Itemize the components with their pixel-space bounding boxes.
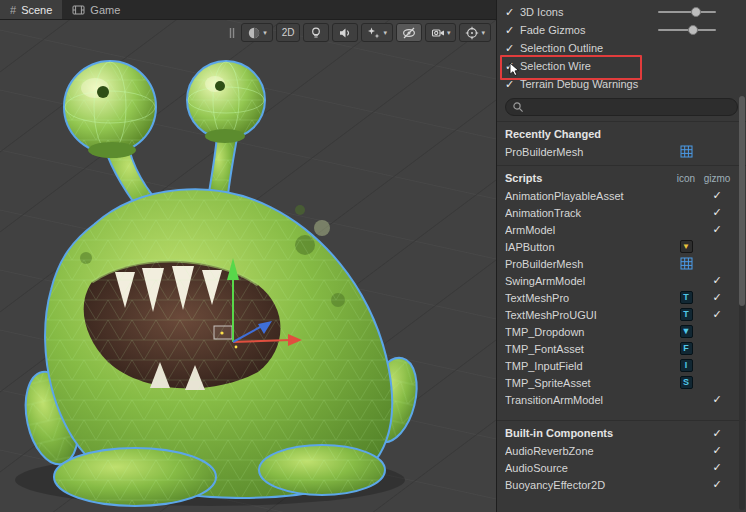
item-name: AnimationTrack [505, 207, 672, 219]
panel-scrollbar[interactable] [739, 96, 745, 510]
slider-3d-icons[interactable] [658, 11, 716, 13]
toolbar-button-lighting-toggle[interactable] [303, 23, 329, 42]
scene-viewport[interactable]: #SceneGame ▾2D▾▾▾ [0, 0, 496, 512]
toolbar-button-shading-mode[interactable]: ▾ [241, 23, 273, 42]
checkbox-fade-gizmos[interactable]: ✓ [505, 24, 520, 37]
grid-icon: # [10, 4, 16, 16]
section-separator [497, 420, 746, 421]
column-header-gizmo: gizmo [700, 173, 734, 184]
item-gizmo-checkbox[interactable]: ✓ [700, 274, 734, 287]
tab-game[interactable]: Game [62, 0, 130, 19]
slider-fade-gizmos[interactable] [658, 29, 716, 31]
section-title: Recently Changed [505, 128, 601, 140]
item-name: ArmModel [505, 224, 672, 236]
section-separator [497, 121, 746, 122]
column-header-icon: icon [672, 173, 700, 184]
item-gizmo-checkbox[interactable]: ✓ [700, 393, 734, 406]
item-name: ProBuilderMesh [505, 258, 672, 270]
item-name: TMP_InputField [505, 360, 672, 372]
list-item-transitionarmmodel[interactable]: TransitionArmModel✓ [497, 391, 746, 408]
slider-knob[interactable] [688, 25, 698, 35]
list-item-audiosource[interactable]: AudioSource✓ [497, 459, 746, 476]
list-item-tmp-spriteasset[interactable]: TMP_SpriteAssetS [497, 374, 746, 391]
chevron-down-icon: ▾ [383, 29, 387, 36]
item-name: TextMeshPro [505, 292, 672, 304]
list-item-buoyancyeffector2d[interactable]: BuoyancyEffector2D✓ [497, 476, 746, 493]
list-item-probuildermesh[interactable]: ProBuilderMesh [497, 255, 746, 272]
search-input[interactable] [505, 98, 738, 116]
checkbox-selection-outline[interactable]: ✓ [505, 42, 520, 55]
toolbar-drag-handle[interactable] [228, 26, 236, 40]
checkbox-3d-icons[interactable]: ✓ [505, 6, 520, 19]
toolbar-button-gizmos-dropdown[interactable]: ▾ [459, 23, 491, 42]
chevron-down-icon: ▾ [447, 29, 451, 36]
item-name: TMP_SpriteAsset [505, 377, 672, 389]
list-item-textmeshprougui[interactable]: TextMeshProUGUIT✓ [497, 306, 746, 323]
toolbar-button-audio-toggle[interactable] [332, 23, 358, 42]
gizmo-toggle-selection-outline[interactable]: ✓Selection Outline [497, 39, 746, 57]
list-item-swingarmmodel[interactable]: SwingArmModel✓ [497, 272, 746, 289]
toggle-label: Selection Outline [520, 42, 603, 54]
toggle-label: Terrain Debug Warnings [520, 78, 638, 90]
unity-editor-window: #SceneGame ▾2D▾▾▾ ✓3D Icons✓Fade Gizmos✓… [0, 0, 746, 512]
list-item-tmp-dropdown[interactable]: TMP_Dropdown▼ [497, 323, 746, 340]
tab-label: Game [90, 4, 120, 16]
item-gizmo-checkbox[interactable]: ✓ [700, 444, 734, 457]
gizmo-toggle-selection-wire[interactable]: ✓Selection Wire [497, 57, 746, 75]
toolbar-button-effects-toggle[interactable]: ▾ [361, 23, 393, 42]
gizmo-toggle-fade-gizmos[interactable]: ✓Fade Gizmos [497, 21, 746, 39]
slider-knob[interactable] [691, 7, 701, 17]
toolbar-button-2d-toggle[interactable]: 2D [276, 23, 301, 42]
monster-left-eyestalk [65, 62, 155, 158]
item-name: TextMeshProUGUI [505, 309, 672, 321]
item-name: AnimationPlayableAsset [505, 190, 672, 202]
toolbar-button-hidden-objects-toggle[interactable] [396, 23, 422, 42]
item-gizmo-checkbox[interactable]: ✓ [700, 223, 734, 236]
list-item-iapbutton[interactable]: IAPButton▼ [497, 238, 746, 255]
panel-scrollbar-thumb[interactable] [739, 96, 745, 306]
list-item-probuildermesh[interactable]: ProBuilderMesh [497, 143, 746, 160]
monster-model[interactable] [15, 62, 424, 506]
item-name: IAPButton [505, 241, 672, 253]
chevron-down-icon: ▾ [263, 29, 267, 36]
section-gizmo-checkbox[interactable]: ✓ [700, 427, 734, 440]
gizmos-panel-content: ✓3D Icons✓Fade Gizmos✓Selection Outline✓… [497, 3, 746, 493]
view-tabbar: #SceneGame [0, 0, 496, 20]
monster-right-eyestalk [188, 62, 264, 143]
item-icon-cell: T [672, 291, 700, 304]
list-item-animationtrack[interactable]: AnimationTrack✓ [497, 204, 746, 221]
checkbox-selection-wire[interactable]: ✓ [505, 60, 520, 73]
list-item-audioreverbzone[interactable]: AudioReverbZone✓ [497, 442, 746, 459]
item-gizmo-checkbox[interactable]: ✓ [700, 478, 734, 491]
toolbar-button-camera-toggle[interactable]: ▾ [425, 23, 457, 42]
eye-slash-icon [402, 26, 416, 40]
item-gizmo-checkbox[interactable]: ✓ [700, 461, 734, 474]
item-gizmo-checkbox[interactable]: ✓ [700, 308, 734, 321]
item-icon-cell: F [672, 342, 700, 355]
gizmo-toggle-3d-icons[interactable]: ✓3D Icons [497, 3, 746, 21]
item-icon-cell: I [672, 359, 700, 372]
item-icon-cell: T [672, 308, 700, 321]
item-icon-cell [672, 257, 700, 270]
item-name: TransitionArmModel [505, 394, 672, 406]
item-gizmo-checkbox[interactable]: ✓ [700, 206, 734, 219]
item-name: SwingArmModel [505, 275, 672, 287]
camera-icon [431, 26, 445, 40]
list-item-animationplayableasset[interactable]: AnimationPlayableAsset✓ [497, 187, 746, 204]
tab-scene[interactable]: #Scene [0, 0, 62, 19]
item-icon-cell: ▼ [672, 240, 700, 253]
bulb-icon [309, 26, 323, 40]
list-item-tmp-inputfield[interactable]: TMP_InputFieldI [497, 357, 746, 374]
section-header-built-in-components: Built-in Components✓ [497, 424, 746, 442]
gizmo-toggle-terrain-debug-warnings[interactable]: ✓Terrain Debug Warnings [497, 75, 746, 93]
list-item-tmp-fontasset[interactable]: TMP_FontAssetF [497, 340, 746, 357]
item-name: TMP_FontAsset [505, 343, 672, 355]
item-gizmo-checkbox[interactable]: ✓ [700, 291, 734, 304]
search-field [505, 98, 738, 116]
chevron-down-icon: ▾ [481, 29, 485, 36]
list-item-textmeshpro[interactable]: TextMeshProT✓ [497, 289, 746, 306]
list-item-armmodel[interactable]: ArmModel✓ [497, 221, 746, 238]
checkbox-terrain-debug-warnings[interactable]: ✓ [505, 78, 520, 91]
item-gizmo-checkbox[interactable]: ✓ [700, 189, 734, 202]
tmp-letter-icon: ▼ [680, 325, 693, 338]
